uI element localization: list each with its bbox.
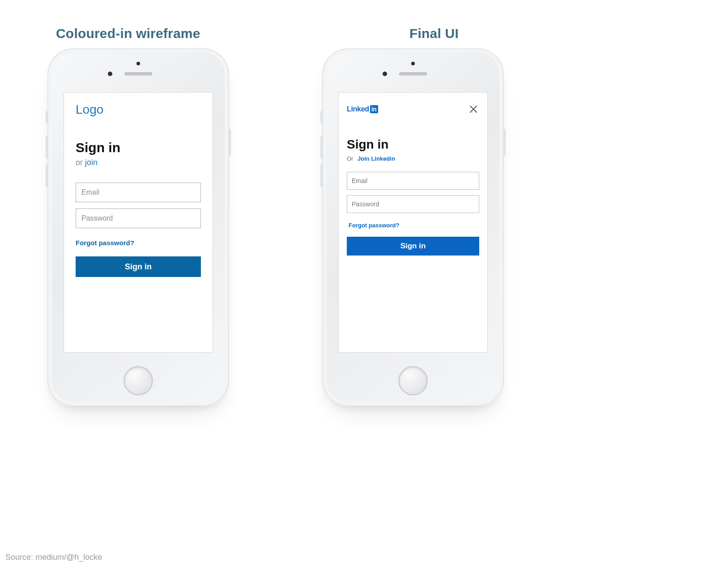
phone-sensor-icon <box>383 72 387 76</box>
linkedin-logo-in-icon: in <box>370 105 378 113</box>
phone-side-button <box>46 164 47 187</box>
email-field[interactable] <box>347 172 479 190</box>
screen-wireframe: Logo Sign in or join Forgot password? Si… <box>64 92 213 353</box>
join-link[interactable]: join <box>85 158 98 167</box>
home-button-icon <box>124 366 153 396</box>
heading-wireframe: Coloured-in wireframe <box>56 26 200 41</box>
phone-side-button <box>320 164 322 187</box>
signin-button[interactable]: Sign in <box>347 237 479 256</box>
password-field[interactable] <box>347 195 479 213</box>
phone-earpiece-icon <box>124 72 152 76</box>
logo-placeholder: Logo <box>76 102 201 117</box>
phone-side-button <box>320 111 322 124</box>
phone-sensor-icon <box>108 72 112 76</box>
screen-final: Linkedin Sign in Or Join Linkedin Forgot… <box>338 92 488 353</box>
home-button-icon <box>398 366 428 396</box>
email-field[interactable] <box>76 183 201 202</box>
signin-title: Sign in <box>76 140 201 155</box>
password-field[interactable] <box>76 209 201 228</box>
phone-mock-wireframe: Logo Sign in or join Forgot password? Si… <box>47 48 229 406</box>
phone-side-button <box>46 136 47 159</box>
signin-button[interactable]: Sign in <box>76 256 201 277</box>
phone-side-button <box>46 111 47 124</box>
sub-prefix: Or <box>347 155 353 162</box>
phone-mock-final: Linkedin Sign in Or Join Linkedin Forgot… <box>322 48 504 406</box>
close-icon[interactable] <box>468 103 479 115</box>
sub-prefix: or <box>76 158 85 167</box>
heading-final: Final UI <box>409 26 459 41</box>
signin-subtitle: Or Join Linkedin <box>347 155 479 162</box>
forgot-password-link[interactable]: Forgot password? <box>76 239 134 247</box>
linkedin-logo-text: Linked <box>347 105 369 113</box>
source-attribution: Source: medium/@h_locke <box>5 553 102 562</box>
phone-camera-icon <box>411 62 415 65</box>
signin-subtitle: or join <box>76 158 201 167</box>
phone-side-button <box>320 136 322 159</box>
phone-camera-icon <box>136 62 140 65</box>
phone-earpiece-icon <box>399 72 427 76</box>
join-link[interactable]: Join Linkedin <box>358 155 395 162</box>
linkedin-logo: Linkedin <box>347 105 378 113</box>
signin-title: Sign in <box>347 137 479 152</box>
phone-side-button <box>229 129 231 156</box>
forgot-password-link[interactable]: Forgot password? <box>349 222 399 229</box>
phone-side-button <box>504 129 506 156</box>
